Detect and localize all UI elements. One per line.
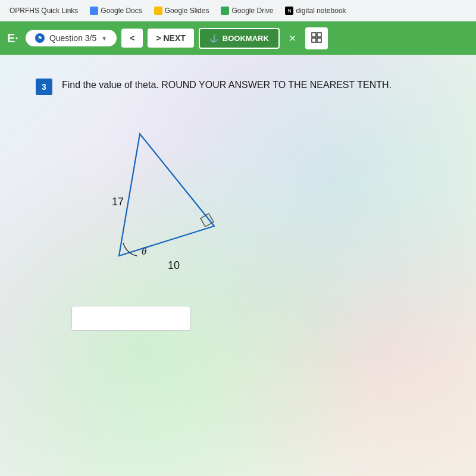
google-drive-label: Google Drive — [231, 7, 273, 15]
prev-button[interactable]: < — [121, 29, 143, 48]
triangle-diagram: 17 10 θ — [71, 107, 440, 288]
drive-icon — [221, 7, 229, 15]
close-label: × — [289, 32, 296, 45]
svg-rect-2 — [312, 38, 316, 42]
question-badge: ⚑ Question 3/5 ▼ — [26, 30, 117, 46]
google-slides-label: Google Slides — [165, 7, 209, 15]
docs-icon — [90, 7, 98, 15]
digital-notebook-label: digital notebook — [296, 7, 346, 15]
close-button[interactable]: × — [284, 29, 301, 48]
oprfhs-label: OPRFHS Quick Links — [10, 7, 78, 15]
bookmark-google-drive[interactable]: Google Drive — [216, 4, 278, 17]
grid-button[interactable] — [305, 27, 328, 49]
svg-rect-1 — [317, 33, 321, 37]
bookmark-icon: ⚓ — [209, 34, 219, 43]
bookmark-button[interactable]: ⚓ BOOKMARK — [199, 28, 280, 49]
question-nav-bar: E· ⚑ Question 3/5 ▼ < > NEXT ⚓ BOOKMARK … — [0, 21, 476, 55]
answer-box — [71, 306, 440, 331]
side-10-label: 10 — [168, 259, 180, 271]
right-angle-indicator — [201, 214, 214, 227]
google-docs-label: Google Docs — [101, 7, 142, 15]
question-header: 3 Find the value of theta. ROUND YOUR AN… — [36, 79, 440, 95]
main-content: 3 Find the value of theta. ROUND YOUR AN… — [0, 55, 476, 476]
prev-label: < — [130, 33, 134, 43]
question-label: Question 3/5 — [49, 33, 96, 43]
next-button[interactable]: > NEXT — [148, 29, 193, 48]
next-label: > NEXT — [156, 33, 185, 43]
triangle-svg: 17 10 θ — [71, 107, 262, 286]
theta-label: θ — [142, 246, 146, 257]
svg-rect-3 — [317, 38, 321, 42]
grid-icon — [311, 35, 322, 45]
question-container: 3 Find the value of theta. ROUND YOUR AN… — [36, 79, 440, 331]
bookmark-digital-notebook[interactable]: N digital notebook — [280, 4, 350, 17]
side-17-label: 17 — [112, 196, 124, 208]
triangle-shape — [119, 134, 214, 256]
bookmark-google-slides[interactable]: Google Slides — [149, 4, 214, 17]
answer-input[interactable] — [71, 306, 190, 331]
bookmarks-bar: OPRFHS Quick Links Google Docs Google Sl… — [0, 0, 476, 21]
notion-icon: N — [285, 7, 293, 15]
flag-icon: ⚑ — [35, 33, 45, 43]
app-label: E· — [7, 32, 18, 45]
svg-rect-0 — [312, 33, 316, 37]
bookmark-google-docs[interactable]: Google Docs — [85, 4, 146, 17]
chevron-down-icon: ▼ — [101, 35, 107, 42]
question-text: Find the value of theta. ROUND YOUR ANSW… — [62, 79, 392, 92]
bookmark-oprfhs[interactable]: OPRFHS Quick Links — [5, 4, 83, 17]
question-number: 3 — [36, 79, 52, 95]
slides-icon — [154, 7, 162, 15]
bookmark-label: BOOKMARK — [223, 34, 269, 43]
